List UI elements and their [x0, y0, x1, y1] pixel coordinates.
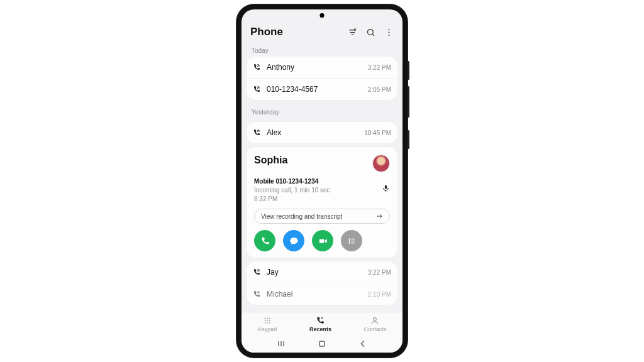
call-button[interactable] [254, 230, 275, 251]
more-icon[interactable] [384, 28, 394, 37]
call-row[interactable]: Alex 10:45 PM [247, 122, 397, 143]
bottom-tabs: Keypad Recents Contacts [242, 312, 402, 334]
expanded-phone: Mobile 010-1234-1234 [254, 177, 330, 186]
expanded-time: 8:32 PM [254, 195, 330, 204]
svg-line-4 [372, 34, 374, 36]
svg-marker-15 [325, 239, 326, 243]
expanded-detail: Incoming call, 1 min 10 sec [254, 186, 330, 195]
svg-point-16 [349, 238, 350, 239]
outgoing-call-icon [253, 85, 262, 93]
call-time: 2:05 PM [368, 86, 391, 93]
screen: Phone Today Anthony [242, 9, 402, 353]
device-frame: Phone Today Anthony [236, 4, 408, 358]
svg-point-28 [267, 320, 268, 321]
call-row[interactable]: Anthony 3:22 PM [247, 57, 397, 78]
outgoing-call-icon [253, 290, 262, 298]
svg-point-27 [265, 320, 266, 321]
svg-point-18 [349, 240, 350, 241]
call-row[interactable]: 010-1234-4567 2:05 PM [247, 78, 397, 100]
call-name: Michael [267, 290, 363, 299]
video-call-button[interactable] [312, 230, 333, 251]
outgoing-call-icon [253, 129, 262, 136]
svg-point-32 [269, 322, 270, 324]
outgoing-call-icon [253, 268, 262, 276]
svg-rect-14 [319, 239, 324, 243]
search-icon[interactable] [366, 28, 375, 37]
system-nav [242, 334, 402, 353]
svg-point-33 [374, 317, 377, 321]
microphone-icon[interactable] [382, 184, 390, 192]
tab-label: Recents [309, 326, 331, 332]
details-button[interactable] [341, 230, 362, 251]
expanded-name: Sophia [254, 155, 287, 166]
svg-point-26 [269, 318, 270, 319]
svg-point-5 [389, 29, 390, 30]
page-title: Phone [250, 26, 283, 38]
section-today-label: Today [242, 42, 402, 57]
tab-recents[interactable]: Recents [309, 316, 331, 332]
yesterday-rest-card: Jay 3:22 PM Michael 2:10 PM [247, 261, 397, 305]
svg-point-31 [267, 322, 268, 324]
tab-label: Keypad [258, 326, 277, 332]
call-list: Anthony 3:22 PM 010-1234-4567 2:05 PM Ye… [242, 57, 402, 312]
call-name: Jay [267, 268, 363, 277]
svg-point-29 [269, 320, 270, 321]
svg-point-3 [368, 29, 374, 35]
call-name: Alex [267, 128, 359, 137]
pill-label: View recording and transcript [261, 213, 342, 220]
call-time: 2:10 PM [368, 291, 391, 298]
svg-rect-37 [319, 341, 325, 346]
today-group: Anthony 3:22 PM 010-1234-4567 2:05 PM [247, 57, 397, 100]
svg-point-25 [267, 318, 268, 319]
svg-point-6 [389, 31, 390, 33]
section-yesterday-label: Yesterday [247, 104, 397, 118]
call-name: Anthony [267, 63, 363, 72]
svg-rect-11 [385, 185, 387, 189]
expanded-call-card: Sophia Mobile 010-1234-1234 Incoming cal… [247, 147, 397, 258]
call-row[interactable]: Jay 3:22 PM [247, 261, 397, 283]
yesterday-first-card: Alex 10:45 PM [247, 122, 397, 143]
tab-label: Contacts [364, 326, 387, 332]
tab-keypad[interactable]: Keypad [258, 316, 277, 332]
svg-point-20 [349, 243, 350, 243]
svg-point-30 [265, 322, 266, 324]
call-row[interactable]: Michael 2:10 PM [247, 283, 397, 305]
tab-contacts[interactable]: Contacts [364, 316, 387, 332]
nav-back-icon[interactable] [358, 339, 368, 349]
call-time: 3:22 PM [368, 269, 391, 276]
svg-point-24 [265, 318, 266, 319]
nav-home-icon[interactable] [317, 339, 327, 349]
call-time: 3:22 PM [368, 64, 391, 71]
nav-recent-icon[interactable] [276, 339, 286, 349]
call-time: 10:45 PM [364, 129, 391, 136]
view-recording-button[interactable]: View recording and transcript [254, 209, 390, 224]
message-button[interactable] [283, 230, 304, 251]
outgoing-call-icon [253, 63, 262, 71]
arrow-right-icon [375, 212, 383, 220]
avatar[interactable] [372, 155, 390, 172]
svg-point-7 [389, 34, 390, 35]
call-name: 010-1234-4567 [267, 85, 363, 94]
front-camera [320, 13, 325, 18]
filter-icon[interactable] [348, 28, 357, 37]
